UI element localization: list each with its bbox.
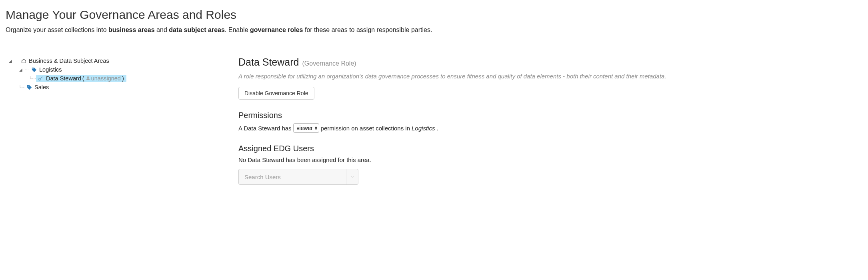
detail-subtitle: (Governance Role) [302,60,356,67]
tree-item-label[interactable]: Sales [33,84,50,91]
detail-title: Data Steward (Governance Role) [238,56,862,68]
assigned-users-heading: Assigned EDG Users [238,144,862,153]
detail-panel: Data Steward (Governance Role) A role re… [238,56,862,185]
tag-icon [26,84,33,90]
search-users-combobox[interactable] [238,169,358,185]
tree-connector-icon: └⋯ [29,76,36,81]
detail-description: A role responsible for utilizing an orga… [238,73,862,80]
tree-root-row[interactable]: ◢ ⋯ Business & Data Subject Areas [8,56,238,65]
tree-connector-icon: ⋯ [23,68,30,72]
page-description: Organize your asset collections into bus… [6,26,862,34]
svg-point-2 [87,76,89,78]
user-icon [86,75,90,82]
home-icon [20,58,27,64]
permissions-line: A Data Steward has viewer permission on … [238,123,862,133]
tree-role-label-selected[interactable]: Data Steward ( unassigned ) [36,75,126,82]
key-icon [37,76,44,82]
tag-icon [30,67,38,73]
svg-point-1 [38,78,40,80]
tree-panel: ◢ ⋯ Business & Data Subject Areas ◢ ⋯ Lo… [6,56,238,185]
tree-root-label[interactable]: Business & Data Subject Areas [27,57,111,64]
assigned-empty-message: No Data Steward has been assigned for th… [238,156,862,163]
permissions-heading: Permissions [238,111,862,120]
tree-item-label[interactable]: Logistics [38,66,63,73]
svg-point-0 [32,68,33,69]
tree-collapse-icon[interactable]: ◢ [8,59,13,63]
page-title: Manage Your Governance Areas and Roles [6,8,862,22]
tree-item-sales[interactable]: └⋯ Sales [8,83,238,92]
tree-item-logistics[interactable]: ◢ ⋯ Logistics [8,65,238,74]
chevron-down-icon [350,174,355,179]
tree-collapse-icon[interactable]: ◢ [18,68,23,72]
tree-role-data-steward[interactable]: └⋯ Data Steward ( unassigned ) [8,74,238,83]
tree-connector-icon: ⋯ [13,59,20,63]
svg-point-3 [28,86,28,86]
permission-select-input[interactable]: viewer [297,125,320,131]
dropdown-toggle[interactable] [346,169,358,184]
permission-select[interactable]: viewer [293,123,319,133]
tree-connector-icon: └⋯ [18,85,26,90]
search-users-input[interactable] [239,169,346,184]
disable-role-button[interactable]: Disable Governance Role [238,87,314,100]
